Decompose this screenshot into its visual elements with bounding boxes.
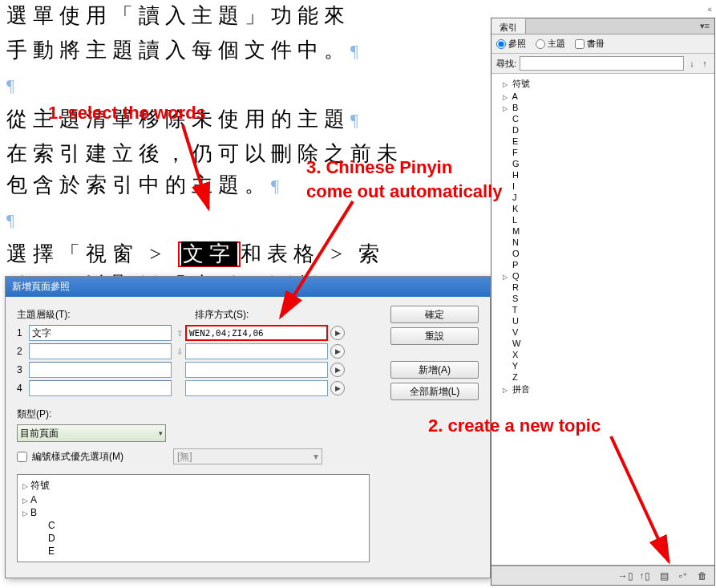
tree-item[interactable]: E xyxy=(22,545,364,558)
type-select[interactable]: 目前頁面 ▾ xyxy=(17,424,166,442)
index-tree-item[interactable]: E xyxy=(493,136,713,147)
index-tree-item[interactable]: M xyxy=(493,225,713,237)
index-tree-item[interactable]: D xyxy=(493,124,713,136)
reset-button[interactable]: 重設 xyxy=(390,327,479,345)
go-arrow-icon[interactable]: ▶ xyxy=(330,344,345,359)
radio-reference[interactable]: 參照 xyxy=(496,38,526,50)
sort-2-input[interactable] xyxy=(185,343,328,359)
disclosure-triangle-icon[interactable]: ▷ xyxy=(22,497,30,505)
sort-label: 排序方式(S): xyxy=(195,308,249,322)
index-tree-item[interactable]: I xyxy=(493,180,713,192)
index-tree-item[interactable]: V xyxy=(493,326,713,338)
number-style-label: 編號樣式優先選項(M) xyxy=(32,450,123,464)
check-book-input[interactable] xyxy=(575,39,585,49)
panel-chrome: « xyxy=(491,3,715,18)
disclosure-triangle-icon[interactable]: ▷ xyxy=(22,482,30,490)
index-tree-item[interactable]: H xyxy=(493,169,713,180)
index-tree-item[interactable]: U xyxy=(493,315,713,326)
arrow-3 xyxy=(265,197,377,333)
index-tree-item[interactable]: F xyxy=(493,147,713,158)
disclosure-triangle-icon[interactable]: ▷ xyxy=(503,94,510,101)
dialog-title: 新增頁面參照 xyxy=(6,277,490,297)
radio-topic[interactable]: 主題 xyxy=(536,38,565,50)
sort-3-input[interactable] xyxy=(185,362,328,378)
disclosure-triangle-icon[interactable]: ▷ xyxy=(22,509,30,517)
index-tree-item[interactable]: T xyxy=(493,304,713,315)
tree-item[interactable]: ▷B xyxy=(22,506,364,519)
selection-highlight-box: 文字 xyxy=(178,241,241,267)
annotation-3b: come out automatically xyxy=(306,181,503,202)
index-tree-item[interactable]: X xyxy=(493,349,713,360)
level-number: 4 xyxy=(17,383,26,394)
index-tree-item[interactable]: S xyxy=(493,293,713,304)
index-tree-item[interactable]: ▷ B xyxy=(493,102,713,113)
index-tree-item[interactable]: Z xyxy=(493,371,713,383)
search-prev-icon[interactable]: ↑ xyxy=(700,59,710,68)
index-tree-item[interactable]: J xyxy=(493,192,713,203)
text-line[interactable]: 選單使用「讀入主題」功能來 xyxy=(6,4,350,27)
add-button[interactable]: 新增(A) xyxy=(390,361,479,379)
pilcrow-icon: ¶ xyxy=(6,210,14,230)
index-tree-item[interactable]: ▷ 拼音 xyxy=(493,383,713,396)
text-line[interactable]: 手動將主題讀入每個文件中。 xyxy=(6,39,350,62)
arrow-up-icon[interactable]: ⇧ xyxy=(174,325,185,341)
index-tree-item[interactable]: R xyxy=(493,282,713,293)
go-arrow-icon[interactable]: ▶ xyxy=(330,363,345,377)
number-style-override-checkbox[interactable] xyxy=(17,452,27,462)
tree-item[interactable]: ▷A xyxy=(22,493,364,506)
arrow-down-icon[interactable]: ⇩ xyxy=(174,343,185,359)
level-number: 1 xyxy=(17,327,26,339)
index-tree-item[interactable]: ▷ 符號 xyxy=(493,77,713,91)
annotation-3a: 3. Chinese Pinyin xyxy=(306,157,452,178)
search-next-icon[interactable]: ↓ xyxy=(687,59,697,68)
index-tree-item[interactable]: ▷ Q xyxy=(493,270,713,282)
panel-mode-row: 參照 主題 書冊 xyxy=(491,34,714,54)
index-tree-item[interactable]: ▷ A xyxy=(493,91,713,102)
search-input[interactable] xyxy=(520,56,684,71)
check-book[interactable]: 書冊 xyxy=(575,38,605,50)
index-tree-item[interactable]: P xyxy=(493,259,713,270)
pilcrow-icon: ¶ xyxy=(271,176,279,196)
pilcrow-icon: ¶ xyxy=(6,75,14,95)
disclosure-triangle-icon[interactable]: ▷ xyxy=(503,274,510,281)
radio-topic-input[interactable] xyxy=(536,39,545,49)
pilcrow-icon: ¶ xyxy=(350,41,358,61)
disclosure-triangle-icon[interactable]: ▷ xyxy=(503,105,510,112)
ok-button[interactable]: 確定 xyxy=(390,306,479,323)
style-select: [無] ▾ xyxy=(173,448,322,464)
type-value: 目前頁面 xyxy=(20,427,59,440)
tree-item[interactable]: ▷符號 xyxy=(22,478,364,493)
index-tree-item[interactable]: O xyxy=(493,248,713,259)
index-tree-item[interactable]: L xyxy=(493,214,713,225)
sort-4-input[interactable] xyxy=(185,380,328,396)
svg-line-1 xyxy=(281,201,353,317)
svg-line-2 xyxy=(611,436,669,562)
svg-line-0 xyxy=(183,125,208,209)
tab-index[interactable]: 索引 xyxy=(491,18,526,34)
index-tree-item[interactable]: Y xyxy=(493,360,713,371)
topic-tree[interactable]: ▷符號▷A▷BCDE xyxy=(17,474,370,562)
text-line[interactable]: 選擇「視窗 > xyxy=(6,242,178,266)
radio-reference-input[interactable] xyxy=(496,39,506,49)
topic-level-1-input[interactable] xyxy=(29,325,172,341)
delete-icon[interactable]: 🗑 xyxy=(697,570,708,582)
topic-level-label: 主題層級(T): xyxy=(17,308,195,322)
index-tree-item[interactable]: K xyxy=(493,203,713,214)
disclosure-triangle-icon[interactable]: ▷ xyxy=(503,81,510,88)
go-arrow-icon[interactable]: ▶ xyxy=(330,381,345,395)
index-tree-item[interactable]: C xyxy=(493,113,713,124)
index-tree-item[interactable]: G xyxy=(493,158,713,169)
index-tree-item[interactable]: N xyxy=(493,237,713,248)
tree-item[interactable]: C xyxy=(22,519,364,532)
index-tree-item[interactable]: W xyxy=(493,338,713,349)
topic-level-2-input[interactable] xyxy=(29,343,172,359)
panel-menu-icon[interactable]: ▾≡ xyxy=(695,18,714,34)
add-all-button[interactable]: 全部新增(L) xyxy=(390,383,479,400)
panel-collapse-icon[interactable]: « xyxy=(707,5,712,14)
tree-item[interactable]: D xyxy=(22,532,364,545)
new-page-reference-dialog: 新增頁面參照 主題層級(T): 排序方式(S): 1 ⇧ ▶ 2 ⇩ ▶ 3 ▶ xyxy=(5,276,491,578)
topic-level-3-input[interactable] xyxy=(29,362,172,378)
selected-text[interactable]: 文字 xyxy=(181,241,237,266)
disclosure-triangle-icon[interactable]: ▷ xyxy=(503,387,510,394)
topic-level-4-input[interactable] xyxy=(29,380,172,396)
